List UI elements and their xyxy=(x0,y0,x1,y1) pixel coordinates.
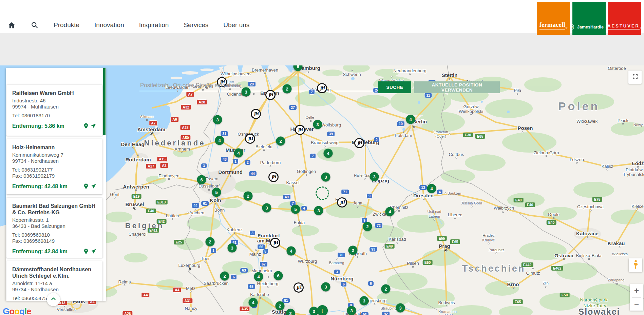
road-badge: A15 xyxy=(157,156,167,162)
road-badge: 10 xyxy=(397,121,405,126)
navigation-arrow-icon[interactable] xyxy=(90,123,97,129)
results-scrollbar[interactable] xyxy=(103,68,106,135)
use-current-position-button[interactable]: AKTUELLE POSITION VERWENDEN xyxy=(414,81,500,93)
cluster-marker[interactable]: 2 xyxy=(276,301,285,311)
city-label: Mannheim xyxy=(251,268,272,273)
cluster-marker[interactable]: 4 xyxy=(427,184,436,193)
city-dot xyxy=(619,247,621,248)
road-badge: 27 xyxy=(289,105,297,110)
cluster-marker[interactable]: 3 xyxy=(396,303,405,313)
fullscreen-button[interactable] xyxy=(628,71,642,84)
city-label: Bielefeld xyxy=(255,144,272,149)
cluster-marker[interactable]: 4 xyxy=(234,149,243,158)
cluster-marker[interactable]: 2 xyxy=(363,222,372,231)
cluster-marker[interactable]: 5 xyxy=(212,188,221,197)
cluster-marker[interactable]: 3 xyxy=(321,282,330,292)
cluster-marker[interactable]: 3 xyxy=(262,203,271,213)
pegman-button[interactable] xyxy=(629,258,642,272)
city-dot xyxy=(351,70,353,72)
cluster-marker[interactable]: 4 xyxy=(249,298,258,307)
cluster-marker[interactable]: 3 xyxy=(347,306,356,315)
load-more-marker[interactable]: ↓ xyxy=(317,305,328,315)
city-dot xyxy=(517,93,518,95)
city-label: Amsterdam xyxy=(137,126,166,132)
city-label: Dresden xyxy=(413,193,434,198)
cluster-marker[interactable]: 4 xyxy=(254,272,263,281)
cluster-marker[interactable]: 4 xyxy=(406,115,415,124)
cluster-marker[interactable]: 3 xyxy=(360,296,369,306)
map-pin-icon[interactable] xyxy=(82,183,90,190)
city-label: Wolfsburg xyxy=(321,122,341,127)
road-badge: E25 xyxy=(174,240,184,244)
cluster-marker[interactable]: 2 xyxy=(220,272,229,281)
cluster-marker[interactable]: 2 xyxy=(206,237,215,247)
cluster-marker[interactable]: 6 xyxy=(274,271,283,280)
zoom-out-button[interactable]: − xyxy=(630,297,643,311)
city-label: Trybunalski xyxy=(623,172,644,177)
nav-item-innovation[interactable]: Innovation xyxy=(94,21,124,29)
dealer-card[interactable]: Baumarkt Bad Salzungen GmbH & Co. Betrie… xyxy=(6,198,102,258)
dealer-card[interactable]: Holz-HeinemannKommunikationsweg 799734 -… xyxy=(6,139,102,194)
home-icon[interactable] xyxy=(7,21,16,29)
navigation-arrow-icon[interactable] xyxy=(90,183,97,190)
cluster-marker[interactable]: 5 xyxy=(291,205,300,214)
registered-mark: ® xyxy=(566,26,568,29)
park-label: Národný park xyxy=(580,297,607,302)
road-badge: A26 xyxy=(122,311,133,315)
cluster-marker[interactable]: 3 xyxy=(370,172,379,181)
map-pin-icon[interactable] xyxy=(82,248,90,255)
city-dot xyxy=(124,284,126,286)
search-icon[interactable] xyxy=(31,21,39,29)
cluster-marker[interactable]: 3 xyxy=(321,173,330,182)
road-badge: E40 xyxy=(146,209,156,213)
city-label: Katowice xyxy=(576,231,599,236)
dealer-card[interactable]: Raiffeisen Waren GmbHIndustriestr. 46999… xyxy=(6,85,102,136)
nav-item-inspiration[interactable]: Inspiration xyxy=(139,21,169,29)
fermacell-logo[interactable]: fermacell® xyxy=(537,2,570,35)
search-button[interactable]: SUCHE xyxy=(378,81,411,93)
nav-item-services[interactable]: Services xyxy=(184,21,208,29)
aestuver-logo[interactable]: AESTUVER® xyxy=(608,2,641,35)
dealer-contact: Tel: 0360183170 xyxy=(12,113,97,119)
city-dot xyxy=(310,120,312,122)
search-input[interactable] xyxy=(139,80,375,91)
map-pin-icon[interactable] xyxy=(82,123,90,129)
scroll-up-button[interactable] xyxy=(47,293,60,306)
jameshardie-logo[interactable]: JH JamesHardie® xyxy=(572,2,606,35)
cluster-marker[interactable]: 2 xyxy=(276,137,285,146)
cluster-marker[interactable]: 4 xyxy=(385,207,395,216)
cluster-marker[interactable]: 3 xyxy=(213,115,222,124)
cluster-marker[interactable]: 6 xyxy=(197,175,206,184)
road-badge: 72 xyxy=(375,223,383,228)
city-label: Bonn xyxy=(214,208,225,213)
road-badge: 43 xyxy=(221,157,229,162)
city-label: Bremerhaven xyxy=(252,67,278,73)
cluster-marker[interactable]: 3 xyxy=(228,243,237,253)
city-dot xyxy=(216,178,218,180)
google-attribution[interactable]: Google xyxy=(3,306,31,315)
cluster-marker[interactable]: 4 xyxy=(287,247,296,256)
city-dot xyxy=(423,199,425,200)
city-label: Braunschweig xyxy=(311,140,339,145)
cluster-marker[interactable]: 2 xyxy=(244,192,253,201)
zoom-in-button[interactable]: + xyxy=(630,284,643,297)
navigation-arrow-icon[interactable] xyxy=(90,248,97,255)
city-label: Antwerpen xyxy=(123,184,149,190)
cluster-marker[interactable]: 4 xyxy=(324,149,333,158)
city-label: Prag xyxy=(439,243,450,249)
cluster-marker[interactable]: 2 xyxy=(381,284,391,294)
nav-item-produkte[interactable]: Produkte xyxy=(54,21,79,29)
city-dot xyxy=(588,258,590,260)
road-badge: A32 xyxy=(181,104,191,110)
cluster-marker[interactable]: 4 xyxy=(215,136,224,145)
nav-item-ueber-uns[interactable]: Über uns xyxy=(223,21,249,29)
road-badge: 7 xyxy=(310,153,316,159)
city-label: Koblenz xyxy=(227,227,243,232)
cluster-marker[interactable]: 3 xyxy=(313,120,322,129)
cluster-marker[interactable]: 2 xyxy=(348,246,358,255)
city-dot xyxy=(292,185,294,187)
city-dot xyxy=(324,146,326,147)
road-badge: E442 xyxy=(522,262,533,267)
city-dot xyxy=(449,78,451,80)
cluster-marker[interactable]: 3 xyxy=(314,206,323,215)
